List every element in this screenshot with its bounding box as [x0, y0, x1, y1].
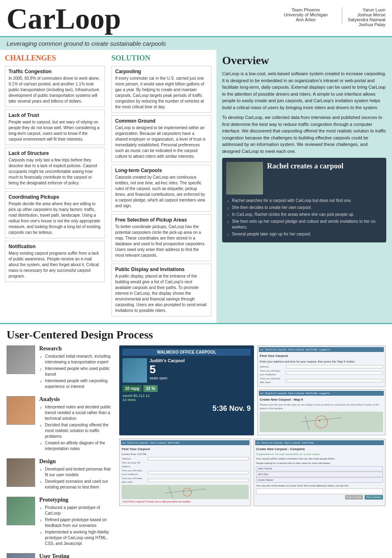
ucdp-left: Research Conducted initial research, inc…: [7, 345, 113, 558]
prototyping-text: Prototyping Produced a paper prototype o…: [39, 497, 113, 547]
map-area-2: [122, 485, 249, 499]
research-text: Research Conducted initial research, inc…: [39, 345, 113, 390]
challenge-item-2: Lack of Trust People want to carpool, bu…: [5, 110, 105, 145]
public-display-mockup: WALMOXO OFFICE CARPOOL Judith's Carpool …: [119, 345, 254, 435]
research-item: Research Conducted initial research, inc…: [7, 345, 113, 390]
design-item: Design Developed and tested personas tha…: [7, 458, 113, 491]
research-photo: [7, 345, 35, 374]
solution-item-4: Free Selection of Pickup Areas To better…: [111, 214, 212, 261]
solution-item-5: Public Display and Invitations A public …: [111, 264, 212, 316]
analysis-text: Analysis Interpreted notes and decided p…: [39, 396, 113, 453]
svg-point-4: [318, 420, 320, 421]
rachel-title: Rachel creates a carpool: [267, 162, 343, 195]
user-testing-text: User Testing Conducted usability tests w…: [39, 553, 113, 558]
rachel-bullets: Rachel searches for a carpool with CarLo…: [226, 198, 382, 237]
ui-shot-map-it: car Search for carpools Start a carpool …: [257, 389, 385, 435]
ui-mockups-bottom: car Search for carpools Start a carpool …: [119, 439, 385, 506]
user-testing-item: User Testing Conducted usability tests w…: [7, 553, 113, 558]
team-info: Team Phoenix University of Michigan Ann …: [284, 4, 328, 27]
overview-para-1: CarLoop is a low-cost, web-based softwar…: [222, 70, 386, 111]
solution-column: SOLUTION Carpooling If every commuter ca…: [111, 54, 212, 319]
challenge-item-1: Traffic Congestion In 2000, 83.8% of com…: [5, 66, 105, 107]
challenges-heading: CHALLENGES: [5, 54, 105, 63]
solution-item-3: Long-term Carpools Carpools created by C…: [111, 165, 212, 212]
prototyping-item: Prototyping Produced a paper prototype o…: [7, 497, 113, 547]
ui-mockups-top: car Search for carpools Start a carpool …: [257, 345, 385, 435]
solution-item-1: Carpooling If every commuter car in the …: [111, 66, 212, 113]
analysis-photo: [7, 396, 35, 425]
pd-header: WALMOXO OFFICE CARPOOL: [122, 349, 251, 356]
tagline-bar: Leveraging common ground to create susta…: [0, 37, 392, 50]
rachel-photo: [226, 162, 263, 195]
logo: CarLoop: [7, 4, 121, 34]
ui-shot-complete: car Search for carpools Start a carpool …: [254, 439, 385, 506]
ucdp-right: WALMOXO OFFICE CARPOOL Judith's Carpool …: [119, 345, 385, 558]
user-testing-photo: [7, 553, 35, 558]
design-photo: [7, 458, 35, 487]
ucdp-section: User-Centered Design Process Research Co…: [0, 324, 392, 558]
challenges-column: CHALLENGES Traffic Congestion In 2000, 8…: [5, 54, 105, 319]
map-area: [260, 412, 383, 432]
analysis-item: Analysis Interpreted notes and decided p…: [7, 396, 113, 453]
ui-shot-find-map: car Search for carpools Start a carpool …: [119, 439, 251, 506]
ui-shot-find-carpool: car Search for carpools Start a carpool …: [257, 345, 385, 387]
rachel-scenario-card: Rachel creates a carpool Rachel searches…: [222, 158, 386, 242]
prototyping-photo: [7, 497, 35, 525]
overview-panel: Overview CarLoop is a low-cost, web-base…: [216, 50, 392, 323]
ucdp-title: User-Centered Design Process: [7, 328, 385, 341]
solution-heading: SOLUTION: [111, 54, 212, 63]
header: CarLoop Team Phoenix University of Michi…: [0, 0, 392, 37]
design-text: Design Developed and tested personas tha…: [39, 458, 113, 491]
challenge-item-4: Coordinating Pickups People decide the a…: [5, 191, 105, 238]
solution-item-2: Common Ground CarLoop is designed to be …: [111, 115, 212, 162]
pd-carpool-photo: [122, 358, 147, 383]
team-members: Yarun Luon Joshua Morse Satyendra Nainwa…: [348, 4, 385, 27]
challenges-solution-panel: CHALLENGES Traffic Congestion In 2000, 8…: [0, 50, 216, 323]
overview-heading: Overview: [222, 54, 386, 67]
svg-rect-5: [161, 485, 210, 499]
overview-para-2: To develop CarLoop, we collected data fr…: [222, 114, 386, 155]
challenge-item-5: Notification Many existing carpool progr…: [5, 241, 105, 282]
svg-rect-0: [297, 412, 346, 432]
challenge-item-3: Lack of Structure Carpools may only last…: [5, 148, 105, 189]
